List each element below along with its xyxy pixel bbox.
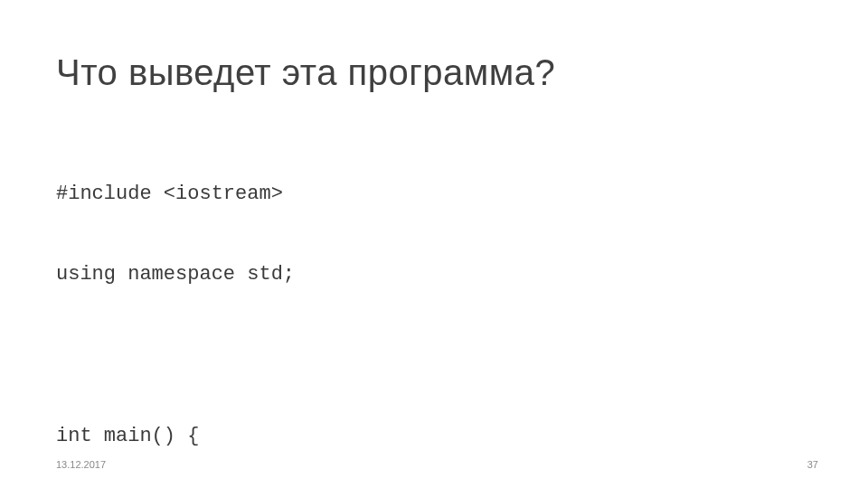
footer-page-number: 37 — [807, 459, 818, 470]
blank-line — [56, 343, 812, 370]
footer-date: 13.12.2017 — [56, 459, 106, 470]
code-block: #include <iostream> using namespace std;… — [56, 127, 812, 488]
code-line: #include <iostream> — [56, 181, 812, 208]
code-line: int main() { — [56, 423, 812, 450]
code-line: using namespace std; — [56, 261, 812, 288]
slide-footer: 13.12.2017 37 — [56, 459, 818, 470]
slide-title: Что выведет эта программа? — [56, 52, 812, 93]
slide: Что выведет эта программа? #include <ios… — [0, 0, 868, 488]
